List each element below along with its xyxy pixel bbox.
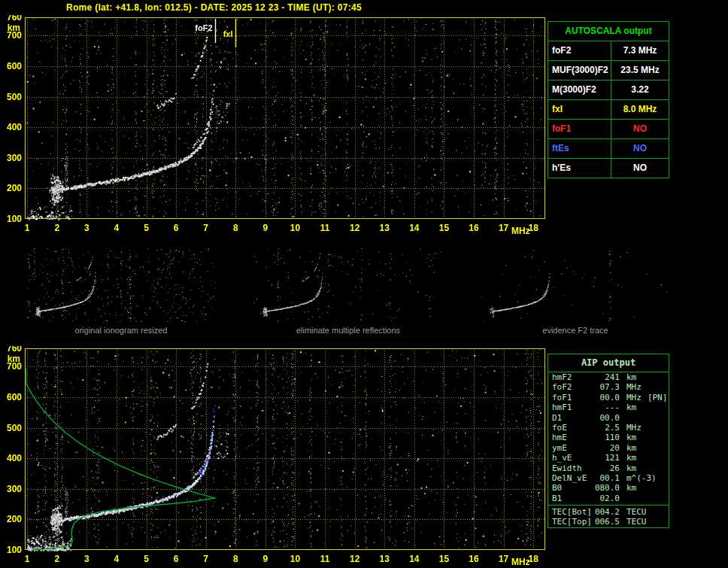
aip-row: foF100.0MHz[PN] [548, 393, 669, 402]
aip-row: foF207.3MHz [548, 382, 669, 392]
aip-row: TEC[Top]006.5TECU [548, 517, 669, 527]
aip-row: TEC[Bot]004.2TECU [548, 507, 669, 517]
aip-row-value: 02.0 [594, 494, 620, 503]
aip-row-unit: km [626, 433, 636, 442]
aip-row-label: foF1 [552, 393, 594, 402]
aip-row-unit: km [626, 483, 636, 493]
aip-row-value: 00.0 [594, 413, 620, 423]
autoscala-row: M(3000)F23.22 [548, 80, 669, 100]
autoscala-app: Rome (lat: +41.8, lon: 012.5) - DATE: 20… [0, 0, 728, 568]
aip-row-unit: MHz [626, 423, 642, 433]
autoscala-row-label: fxI [548, 100, 611, 119]
aip-row-value: 07.3 [594, 382, 620, 392]
aip-row: foE2.5MHz [548, 423, 669, 433]
aip-row-label: B1 [552, 494, 594, 503]
aip-row-unit: MHz [626, 382, 642, 392]
autoscala-row-label: foF2 [548, 41, 611, 60]
autoscala-row-label: ftEs [548, 139, 611, 158]
aip-table-tec-rows: TEC[Bot]004.2TECUTEC[Top]006.5TECU [548, 507, 669, 527]
aip-row-unit: km [626, 402, 636, 412]
autoscala-row: MUF(3000)F223.5 MHz [548, 61, 669, 80]
aip-row-label: TEC[Top] [552, 517, 594, 527]
aip-row-unit: km [626, 463, 636, 473]
aip-row-label: Ewidth [552, 463, 594, 473]
aip-row-label: DelN_vE [552, 473, 594, 483]
autoscala-row-label: M(3000)F2 [548, 80, 611, 99]
aip-row-label: hmE [552, 433, 594, 442]
aip-row-unit: TECU [626, 517, 647, 527]
aip-row-value: 20 [594, 443, 620, 453]
thumbnail-caption: evidence F2 trace [481, 326, 670, 335]
aip-row-unit: m^(-3) [626, 473, 657, 483]
aip-row-value: 00.0 [594, 393, 620, 402]
autoscala-table-header: AUTOSCALA output [548, 22, 669, 41]
top-ionogram-canvas [0, 15, 557, 239]
thumbnail-eliminate-reflections [253, 248, 443, 322]
autoscala-row-value: 8.0 MHz [611, 100, 669, 119]
aip-row-value: 00.1 [594, 473, 620, 483]
aip-row-value: --- [594, 402, 620, 412]
aip-row-value: 080.0 [594, 483, 620, 493]
aip-row-label: B0 [552, 483, 594, 493]
aip-row-label: D1 [552, 413, 594, 423]
aip-row-label: foF2 [552, 382, 594, 392]
autoscala-row-label: h'Es [548, 159, 611, 178]
aip-table-rows: hmF2241kmfoF207.3MHzfoF100.0MHz[PN]hmF1-… [548, 372, 669, 503]
aip-row: hmF2241km [548, 372, 669, 382]
autoscala-row-value: 3.22 [611, 80, 669, 99]
aip-row: hmF1---km [548, 402, 669, 412]
aip-row-value: 2.5 [594, 423, 620, 433]
aip-row: D100.0 [548, 413, 669, 423]
aip-row: B102.0 [548, 494, 669, 503]
aip-row: B0080.0km [548, 483, 669, 493]
autoscala-row-value: NO [611, 159, 669, 178]
aip-row-unit: km [626, 453, 636, 463]
aip-row-value: 006.5 [594, 517, 620, 527]
aip-row-label: ymE [552, 443, 594, 453]
station-title: Rome (lat: +41.8, lon: 012.5) - DATE: 20… [66, 2, 362, 13]
aip-table-separator [548, 505, 669, 506]
aip-row-value: 241 [594, 372, 620, 382]
aip-row-unit: km [626, 372, 636, 382]
aip-row: Ewidth26km [548, 463, 669, 473]
aip-row: DelN_vE00.1m^(-3) [548, 473, 669, 483]
autoscala-row-value: 23.5 MHz [611, 61, 669, 80]
autoscala-output-table: AUTOSCALA output foF27.3 MHzMUF(3000)F22… [548, 21, 669, 178]
aip-row-unit: MHz [626, 393, 642, 402]
thumbnail-caption: original ionogram resized [26, 326, 216, 335]
autoscala-row-value: 7.3 MHz [611, 41, 669, 60]
autoscala-table-rows: foF27.3 MHzMUF(3000)F223.5 MHzM(3000)F23… [548, 41, 669, 178]
aip-row-label: foE [552, 423, 594, 433]
thumbnail-original-ionogram [26, 248, 216, 322]
aip-output-table: AIP output hmF2241kmfoF207.3MHzfoF100.0M… [548, 354, 669, 528]
thumbnail-caption: eliminate multiple reflections [253, 326, 443, 335]
aip-row-value: 121 [594, 453, 620, 463]
autoscala-row: foF1NO [548, 120, 669, 139]
aip-row: hmE110km [548, 433, 669, 442]
autoscala-row-label: foF1 [548, 120, 611, 138]
autoscala-row: fxI8.0 MHz [548, 100, 669, 120]
autoscala-row-value: NO [611, 139, 669, 158]
aip-row: h_vE121km [548, 453, 669, 463]
thumbnail-evidence-f2-trace [481, 248, 670, 322]
aip-row-unit: km [626, 443, 636, 453]
autoscala-row: h'EsNO [548, 159, 669, 178]
aip-row-unit: TECU [626, 507, 647, 517]
aip-row-value: 110 [594, 433, 620, 442]
aip-row-label: hmF1 [552, 402, 594, 412]
aip-table-header: AIP output [548, 354, 669, 372]
aip-row-label: h_vE [552, 453, 594, 463]
autoscala-row: foF27.3 MHz [548, 41, 669, 61]
autoscala-row: ftEsNO [548, 139, 669, 159]
bottom-ionogram-canvas [0, 346, 557, 568]
aip-row-value: 26 [594, 463, 620, 473]
autoscala-row-label: MUF(3000)F2 [548, 61, 611, 80]
aip-row: ymE20km [548, 443, 669, 453]
aip-row-value: 004.2 [594, 507, 620, 517]
aip-row-extra: [PN] [648, 393, 668, 402]
aip-row-label: TEC[Bot] [552, 507, 594, 517]
aip-row-label: hmF2 [552, 372, 594, 382]
autoscala-row-value: NO [611, 120, 669, 138]
